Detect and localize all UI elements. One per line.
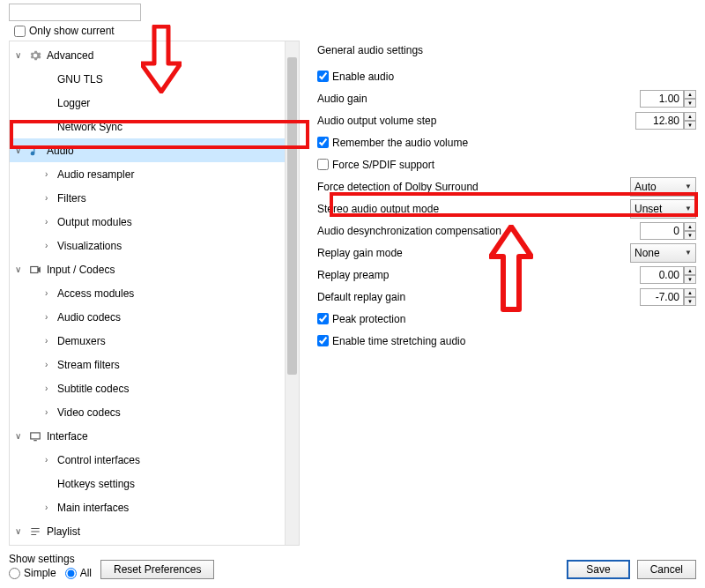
only-show-current-checkbox[interactable]: Only show current <box>14 25 696 37</box>
tree-label: Interface <box>47 430 88 443</box>
tree-label: Advanced <box>47 49 93 62</box>
tree-label: Audio codecs <box>57 311 121 324</box>
tree-item-access-modules[interactable]: › Access modules <box>10 281 299 305</box>
chevron-right-icon: › <box>45 502 57 512</box>
search-input[interactable] <box>9 4 141 21</box>
tree-item-audio[interactable]: ∨ Audio <box>10 138 299 162</box>
tree-label: Audio <box>47 145 74 157</box>
music-note-icon <box>27 145 43 157</box>
tree-label: Control interfaces <box>57 454 140 466</box>
tree-label: Input / Codecs <box>47 264 115 276</box>
chevron-right-icon: › <box>45 288 57 298</box>
cancel-button[interactable]: Cancel <box>637 560 696 579</box>
simple-label: Simple <box>24 567 56 579</box>
chevron-right-icon: › <box>45 383 57 393</box>
dolby-value: Auto <box>634 181 657 193</box>
tree-item-filters[interactable]: › Filters <box>10 186 299 210</box>
remember-volume-checkbox[interactable]: Remember the audio volume <box>317 137 468 149</box>
replay-gain-mode-dropdown[interactable]: None ▼ <box>630 243 696 263</box>
peak-protection-label: Peak protection <box>332 313 405 325</box>
desync-input[interactable]: ▲▼ <box>640 222 696 240</box>
tree-item-playlist[interactable]: ∨ Playlist <box>10 519 299 543</box>
default-replay-gain-input[interactable]: ▲▼ <box>640 288 696 306</box>
output-step-input[interactable]: ▲▼ <box>635 112 696 130</box>
reset-preferences-button[interactable]: Reset Preferences <box>100 560 214 579</box>
tree-label: Demuxers <box>57 335 106 347</box>
tree-item-subtitle-codecs[interactable]: › Subtitle codecs <box>10 376 299 400</box>
tree-label: Access modules <box>57 287 134 300</box>
tree-label: Main interfaces <box>57 502 129 514</box>
tree-label: Playlist <box>47 525 80 538</box>
tree-item-network-sync[interactable]: Network Sync <box>10 115 299 138</box>
time-stretch-checkbox[interactable]: Enable time stretching audio <box>317 335 465 347</box>
show-all-radio[interactable]: All <box>65 567 92 579</box>
tree-item-hotkeys-settings[interactable]: Hotkeys settings <box>10 472 299 495</box>
output-step-label: Audio output volume step <box>317 115 628 127</box>
chevron-right-icon: › <box>45 217 57 227</box>
desync-label: Audio desynchronization compensation <box>317 225 633 237</box>
dolby-dropdown[interactable]: Auto ▼ <box>630 177 696 197</box>
tree-item-logger[interactable]: Logger <box>10 91 299 115</box>
tree-label: Hotkeys settings <box>57 478 135 490</box>
tree-item-audio-codecs[interactable]: › Audio codecs <box>10 305 299 329</box>
tree-label: Network Sync <box>57 121 122 133</box>
enable-audio-checkbox[interactable]: Enable audio <box>317 71 394 83</box>
chevron-down-icon: ▼ <box>685 249 692 257</box>
tree-item-visualizations[interactable]: › Visualizations <box>10 234 299 257</box>
force-spdif-checkbox[interactable]: Force S/PDIF support <box>317 159 434 171</box>
chevron-down-icon: ∨ <box>15 526 27 536</box>
chevron-right-icon: › <box>45 169 57 179</box>
tree-label: Filters <box>57 192 86 205</box>
tree-label: Logger <box>57 97 90 109</box>
chevron-right-icon: › <box>45 455 57 465</box>
show-settings-label: Show settings <box>9 553 92 565</box>
interface-icon <box>27 430 43 443</box>
svg-rect-0 <box>31 266 38 272</box>
force-spdif-label: Force S/PDIF support <box>332 159 434 171</box>
chevron-right-icon: › <box>45 360 57 369</box>
tree-item-input-codecs[interactable]: ∨ Input / Codecs <box>10 257 299 281</box>
dolby-label: Force detection of Dolby Surround <box>317 181 623 193</box>
tree-label: Subtitle codecs <box>57 383 129 395</box>
tree-item-advanced[interactable]: ∨ Advanced <box>10 43 299 67</box>
all-label: All <box>80 567 92 579</box>
replay-preamp-input[interactable]: ▲▼ <box>640 266 696 284</box>
tree-item-control-interfaces[interactable]: › Control interfaces <box>10 448 299 472</box>
scrollbar[interactable] <box>285 41 299 545</box>
tree-label: Stream filters <box>57 359 120 371</box>
tree-label: Audio resampler <box>57 168 134 181</box>
audio-gain-input[interactable]: ▲▼ <box>640 90 696 108</box>
chevron-right-icon: › <box>45 336 57 346</box>
settings-panel: General audio settings Enable audio Audi… <box>317 41 696 546</box>
replay-preamp-label: Replay preamp <box>317 269 633 281</box>
show-simple-radio[interactable]: Simple <box>9 567 56 579</box>
only-show-current-label: Only show current <box>29 25 115 37</box>
settings-tree[interactable]: ∨ Advanced GNU TLS Logger Network Sync <box>9 41 300 546</box>
save-button[interactable]: Save <box>567 560 629 579</box>
tree-item-main-interfaces[interactable]: › Main interfaces <box>10 495 299 519</box>
tree-item-audio-resampler[interactable]: › Audio resampler <box>10 162 299 186</box>
tree-item-gnu-tls[interactable]: GNU TLS <box>10 67 299 91</box>
replay-gain-mode-value: None <box>634 247 660 259</box>
stereo-mode-value: Unset <box>634 203 662 215</box>
chevron-down-icon: ∨ <box>15 264 27 274</box>
chevron-right-icon: › <box>45 241 57 250</box>
chevron-down-icon: ∨ <box>15 145 27 155</box>
tree-label: GNU TLS <box>57 73 103 86</box>
scrollbar-thumb[interactable] <box>287 57 297 375</box>
enable-audio-label: Enable audio <box>332 71 394 83</box>
gear-icon <box>27 49 43 62</box>
default-replay-gain-label: Default replay gain <box>317 291 633 303</box>
tree-item-video-codecs[interactable]: › Video codecs <box>10 400 299 424</box>
stereo-mode-label: Stereo audio output mode <box>317 203 623 215</box>
tree-item-demuxers[interactable]: › Demuxers <box>10 329 299 353</box>
time-stretch-label: Enable time stretching audio <box>332 335 465 347</box>
chevron-right-icon: › <box>45 407 57 417</box>
tree-item-stream-filters[interactable]: › Stream filters <box>10 353 299 376</box>
stereo-mode-dropdown[interactable]: Unset ▼ <box>630 199 696 219</box>
chevron-right-icon: › <box>45 193 57 203</box>
tree-item-interface[interactable]: ∨ Interface <box>10 424 299 448</box>
peak-protection-checkbox[interactable]: Peak protection <box>317 313 405 325</box>
tree-item-output-modules[interactable]: › Output modules <box>10 210 299 234</box>
chevron-down-icon: ▼ <box>685 205 692 212</box>
